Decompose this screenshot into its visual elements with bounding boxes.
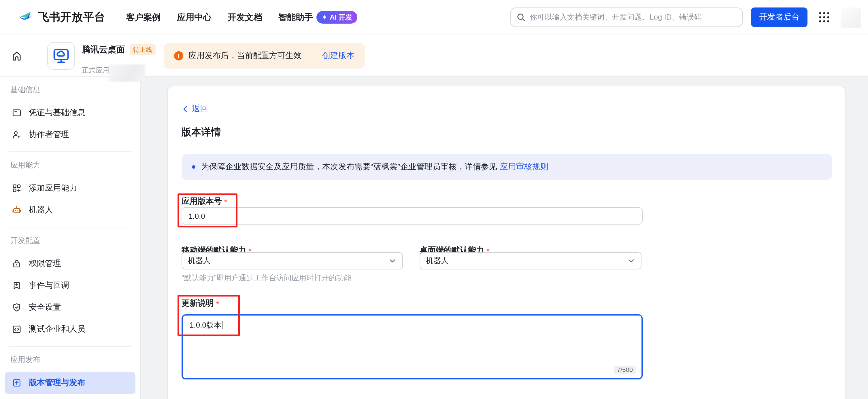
sidebar-item-label: 权限管理	[29, 259, 61, 269]
back-link[interactable]: 返回	[182, 104, 208, 114]
app-header-bar: 腾讯云桌面 待上线 正式应用 ! 应用发布后，当前配置方可生效 创建版本	[0, 35, 868, 76]
redacted-app-id	[108, 65, 145, 82]
sidebar-item-add-capability[interactable]: 添加应用能力	[5, 177, 135, 199]
sidebar-section-basic-info: 基础信息	[0, 82, 140, 97]
search-input[interactable]: 你可以输入文档关键词、开发问题、Log ID、错误码	[510, 7, 743, 27]
sidebar-divider	[9, 227, 131, 227]
sidebar-item-events[interactable]: 事件与回调	[5, 275, 135, 297]
review-info-banner: 为保障企业数据安全及应用质量，本次发布需要“蓝枫裳”企业管理员审核，详情参见 应…	[182, 154, 832, 180]
app-subtitle-row: 正式应用	[82, 59, 145, 82]
sidebar-item-collaborators[interactable]: 协作者管理	[5, 124, 135, 146]
lock-icon	[11, 259, 22, 269]
search-placeholder: 你可以输入文档关键词、开发问题、Log ID、错误码	[530, 12, 702, 23]
sidebar-item-permissions[interactable]: 权限管理	[5, 253, 135, 275]
divider	[36, 46, 36, 66]
app-icon[interactable]	[47, 42, 75, 70]
code-icon	[11, 324, 22, 334]
sparkle-icon: ✦	[321, 14, 328, 21]
sidebar-item-test-org[interactable]: 测试企业和人员	[5, 319, 135, 340]
feishu-logo[interactable]: 飞书开放平台	[17, 9, 105, 25]
developer-console-button[interactable]: 开发者后台	[751, 7, 807, 27]
publish-icon	[11, 378, 22, 388]
chevron-down-icon	[389, 257, 397, 265]
required-mark: *	[224, 198, 227, 207]
required-mark: *	[216, 299, 219, 309]
nav-item-app-center[interactable]: 应用中心	[177, 12, 212, 23]
collaborator-add-icon	[11, 130, 22, 140]
back-label: 返回	[192, 104, 208, 114]
warning-icon: !	[174, 51, 183, 61]
bullet-dot-icon	[192, 165, 195, 169]
sidebar-item-label: 版本管理与发布	[29, 378, 85, 388]
app-title-row: 腾讯云桌面 待上线	[82, 44, 156, 55]
status-badge: 待上线	[130, 44, 156, 55]
notice-text: 应用发布后，当前配置方可生效	[188, 51, 302, 61]
apps-grid-icon[interactable]	[818, 11, 831, 24]
platform-title: 飞书开放平台	[38, 10, 105, 25]
mobile-capability-select[interactable]: 机器人	[182, 252, 403, 269]
main-content-area: 返回 版本详情 为保障企业数据安全及应用质量，本次发布需要“蓝枫裳”企业管理员审…	[141, 76, 868, 399]
main-menu: 客户案例 应用中心 开发文档 智能助手 ✦ AI 开发	[126, 11, 358, 24]
ai-dev-badge: ✦ AI 开发	[316, 11, 358, 24]
credential-icon	[11, 108, 22, 118]
publish-notice-banner: ! 应用发布后，当前配置方可生效 创建版本	[164, 43, 365, 68]
feishu-open-platform-page: 飞书开放平台 客户案例 应用中心 开发文档 智能助手 ✦ AI 开发 你可以输入…	[0, 0, 868, 399]
sidebar-item-label: 测试企业和人员	[29, 324, 85, 334]
review-rules-link[interactable]: 应用审核规则	[500, 162, 549, 172]
sidebar-divider	[9, 346, 131, 346]
sidebar-item-security[interactable]: 安全设置	[5, 297, 135, 319]
selected-value: 机器人	[426, 256, 448, 266]
selected-value: 机器人	[188, 256, 210, 266]
create-version-link[interactable]: 创建版本	[322, 51, 354, 61]
sidebar-item-version-release[interactable]: 版本管理与发布	[5, 372, 135, 394]
sidebar-item-label: 添加应用能力	[29, 183, 77, 194]
update-notes-textarea[interactable]: 1.0.0版本 7/500	[182, 314, 643, 379]
app-type-label: 正式应用	[82, 65, 110, 75]
desktop-capability-select[interactable]: 机器人	[420, 252, 642, 269]
chevron-left-icon	[182, 105, 189, 112]
event-callback-icon	[11, 280, 22, 291]
home-icon[interactable]	[10, 49, 23, 62]
sidebar-item-label: 机器人	[29, 205, 53, 215]
sidebar-item-label: 凭证与基础信息	[29, 108, 85, 118]
char-count-badge: 7/500	[614, 366, 636, 374]
update-notes-value: 1.0.0版本	[190, 321, 221, 329]
review-notice-text: 为保障企业数据安全及应用质量，本次发布需要“蓝枫裳”企业管理员审核，详情参见	[201, 162, 497, 172]
chevron-down-icon	[627, 257, 635, 265]
nav-item-customer-cases[interactable]: 客户案例	[126, 12, 161, 23]
sidebar-section-release: 应用发布	[0, 352, 140, 367]
text-cursor	[222, 321, 223, 329]
page-title: 版本详情	[182, 126, 221, 139]
version-detail-card: 返回 版本详情 为保障企业数据安全及应用质量，本次发布需要“蓝枫裳”企业管理员审…	[167, 86, 845, 399]
sidebar-section-dev-config: 开发配置	[0, 233, 140, 248]
sidebar-item-label: 协作者管理	[29, 130, 69, 140]
sidebar-item-label: 安全设置	[29, 302, 61, 313]
feishu-logo-icon	[17, 9, 33, 25]
top-navigation-bar: 飞书开放平台 客户案例 应用中心 开发文档 智能助手 ✦ AI 开发 你可以输入…	[0, 0, 868, 35]
sidebar-item-bot[interactable]: 机器人	[5, 199, 135, 221]
sidebar-section-capabilities: 应用能力	[0, 158, 140, 173]
robot-icon	[11, 205, 22, 215]
add-capability-icon	[11, 183, 22, 194]
sidebar-item-credentials[interactable]: 凭证与基础信息	[5, 102, 135, 124]
sidebar-navigation: 基础信息 凭证与基础信息 协作者管理 应用能力	[0, 76, 141, 399]
sidebar-item-label: 事件与回调	[29, 280, 69, 291]
search-icon	[517, 13, 526, 22]
nav-item-dev-docs[interactable]: 开发文档	[228, 12, 262, 23]
app-name: 腾讯云桌面	[82, 44, 125, 55]
version-field-label: 应用版本号 *	[182, 196, 227, 207]
user-avatar[interactable]	[841, 7, 861, 27]
shield-check-icon	[11, 302, 22, 313]
sidebar-divider	[9, 152, 131, 152]
nav-item-ai-assistant[interactable]: 智能助手 ✦ AI 开发	[278, 11, 358, 24]
update-notes-label: 更新说明 *	[182, 298, 219, 309]
version-input[interactable]	[182, 207, 643, 225]
capability-hint: “默认能力”即用户通过工作台访问应用时打开的功能	[182, 273, 351, 283]
